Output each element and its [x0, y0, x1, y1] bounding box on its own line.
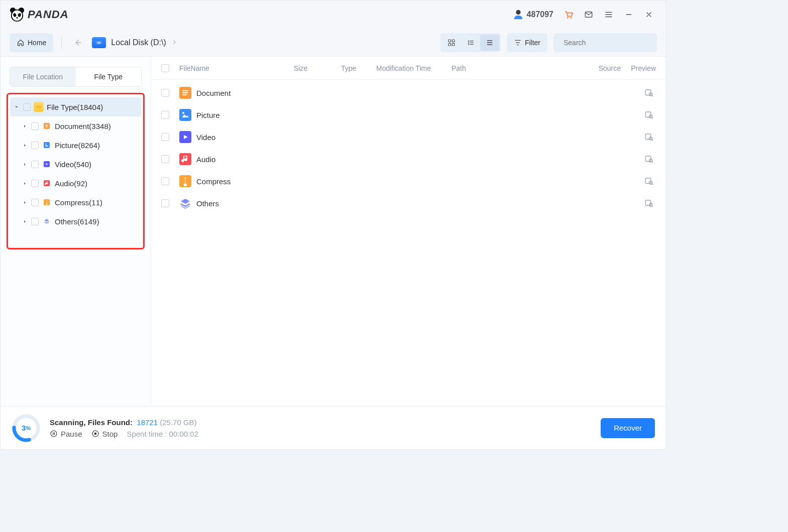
preview-button[interactable] [642, 153, 656, 165]
tree-item-label: Picture(8264) [55, 141, 100, 150]
progress-ring: 3% [12, 414, 41, 443]
tab-file-type[interactable]: File Type [76, 67, 142, 86]
files-found-size: (25.70 GB) [160, 418, 196, 427]
caret-right-icon[interactable] [21, 219, 28, 224]
caret-right-icon[interactable] [21, 143, 28, 148]
cart-icon [564, 10, 574, 20]
view-list-button[interactable] [480, 35, 499, 51]
preview-button[interactable] [642, 87, 656, 99]
tree-item-doc[interactable]: Document(3348) [10, 116, 141, 136]
stop-button[interactable]: Stop [91, 430, 118, 438]
pause-button[interactable]: Pause [50, 430, 82, 438]
preview-button[interactable] [642, 131, 656, 143]
cart-button[interactable] [560, 7, 577, 23]
user-account[interactable]: 487097 [510, 7, 556, 23]
tree-item-zip[interactable]: Compress(11) [10, 193, 141, 212]
caret-right-icon[interactable] [21, 181, 28, 186]
row-checkbox[interactable] [161, 177, 169, 185]
file-row[interactable]: Audio [151, 148, 666, 170]
preview-icon [644, 132, 654, 142]
sidebar: File Location File Type File Type(18404)… [1, 57, 151, 406]
checkbox[interactable] [23, 103, 31, 111]
close-button[interactable] [641, 7, 657, 23]
preview-button[interactable] [642, 175, 656, 187]
caret-right-icon[interactable] [21, 162, 28, 167]
col-filename[interactable]: FileName [179, 64, 294, 72]
vid-icon [42, 159, 52, 169]
file-row[interactable]: Document [151, 82, 666, 104]
titlebar: PANDA 487097 [1, 1, 666, 29]
home-button[interactable]: Home [10, 33, 53, 52]
checkbox[interactable] [31, 180, 39, 187]
recover-button[interactable]: Recover [601, 418, 655, 438]
checkbox[interactable] [31, 199, 39, 206]
col-size[interactable]: Size [294, 64, 341, 72]
view-grid-button[interactable] [442, 35, 461, 51]
filter-icon [514, 39, 522, 47]
svg-point-7 [567, 17, 569, 19]
minimize-button[interactable] [621, 7, 637, 23]
preview-button[interactable] [642, 109, 656, 121]
mail-button[interactable] [581, 7, 597, 23]
stop-icon [91, 430, 99, 438]
file-row[interactable]: Others [151, 192, 666, 214]
checkbox[interactable] [31, 122, 39, 130]
svg-point-8 [571, 17, 572, 19]
row-checkbox[interactable] [161, 111, 169, 119]
file-type-tree: File Type(18404) Document(3348)Picture(8… [7, 93, 145, 249]
file-row[interactable]: Compress [151, 170, 666, 192]
tree-item-pic[interactable]: Picture(8264) [10, 136, 141, 155]
footer: 3% Scanning, Files Found: 18721 (25.70 G… [1, 406, 666, 449]
tree-root-file-type[interactable]: File Type(18404) [10, 97, 141, 116]
menu-button[interactable] [601, 7, 617, 23]
svg-rect-38 [645, 200, 651, 206]
view-detail-button[interactable] [461, 35, 480, 51]
preview-button[interactable] [642, 197, 656, 209]
col-preview[interactable]: Preview [621, 64, 656, 72]
row-checkbox[interactable] [161, 89, 169, 97]
checkbox[interactable] [31, 142, 39, 149]
checkbox[interactable] [31, 161, 39, 168]
back-button[interactable] [70, 38, 86, 47]
toolbar: Home Local Disk (D:\) Filter [1, 29, 666, 57]
row-checkbox[interactable] [161, 199, 169, 207]
preview-icon [644, 177, 654, 186]
tab-file-location[interactable]: File Location [10, 67, 76, 86]
svg-rect-30 [645, 134, 651, 140]
svg-point-6 [516, 10, 520, 15]
search-input[interactable] [564, 39, 651, 47]
filter-button[interactable]: Filter [507, 33, 547, 52]
doc-icon [179, 87, 191, 98]
caret-right-icon[interactable] [21, 124, 28, 128]
close-icon [645, 11, 653, 19]
home-label: Home [28, 39, 46, 47]
checkbox[interactable] [31, 218, 39, 225]
breadcrumb[interactable]: Local Disk (D:\) [92, 37, 177, 48]
tree-item-oth[interactable]: Others(6149) [10, 212, 141, 231]
col-source[interactable]: Source [586, 64, 621, 72]
col-path[interactable]: Path [452, 64, 586, 72]
caret-down-icon[interactable] [13, 104, 20, 109]
pause-icon [50, 430, 58, 438]
file-row[interactable]: Video [151, 126, 666, 148]
row-label: Picture [196, 111, 220, 119]
row-label: Audio [196, 155, 215, 164]
svg-rect-17 [44, 142, 50, 148]
tree-item-vid[interactable]: Video(540) [10, 155, 141, 174]
user-id: 487097 [527, 10, 553, 19]
row-checkbox[interactable] [161, 155, 169, 163]
svg-rect-12 [452, 40, 455, 42]
search-box[interactable] [553, 33, 657, 52]
app-title: PANDA [28, 8, 69, 21]
select-all-checkbox[interactable] [161, 64, 169, 72]
file-row[interactable]: Picture [151, 104, 666, 126]
row-checkbox[interactable] [161, 133, 169, 141]
col-mod-time[interactable]: Modification Time [376, 64, 452, 72]
col-type[interactable]: Type [341, 64, 376, 72]
svg-rect-23 [645, 90, 651, 95]
panda-icon [10, 7, 25, 22]
disk-icon [92, 37, 106, 48]
caret-right-icon[interactable] [21, 200, 28, 205]
tree-item-aud[interactable]: Audio(92) [10, 174, 141, 193]
oth-icon [179, 198, 191, 209]
